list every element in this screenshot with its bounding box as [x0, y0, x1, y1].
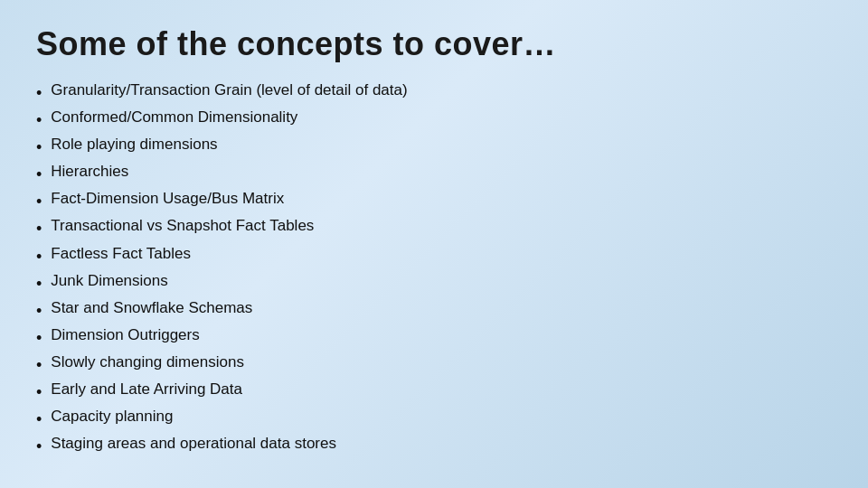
bullet-text: Conformed/Common Dimensionality [51, 107, 297, 129]
bullet-text: Granularity/Transaction Grain (level of … [51, 80, 407, 102]
bullet-dot-icon: • [36, 326, 42, 350]
bullet-text: Hierarchies [51, 161, 128, 183]
bullet-dot-icon: • [36, 299, 42, 323]
list-item: •Hierarchies [36, 161, 832, 186]
bullet-dot-icon: • [36, 435, 42, 458]
bullet-text: Factless Fact Tables [51, 243, 191, 266]
bullet-text: Star and Snowflake Schemas [51, 297, 252, 320]
list-item: •Star and Snowflake Schemas [36, 297, 832, 323]
bullet-dot-icon: • [36, 353, 42, 377]
bullet-list: •Granularity/Transaction Grain (level of… [36, 80, 832, 458]
list-item: •Factless Fact Tables [36, 243, 832, 268]
bullet-text: Junk Dimensions [51, 270, 167, 293]
bullet-text: Transactional vs Snapshot Fact Tables [51, 215, 314, 238]
list-item: •Granularity/Transaction Grain (level of… [36, 80, 832, 105]
bullet-dot-icon: • [36, 380, 42, 404]
list-item: •Fact-Dimension Usage/Bus Matrix [36, 188, 832, 213]
bullet-text: Staging areas and operational data store… [51, 433, 336, 455]
bullet-text: Slowly changing dimensions [51, 352, 244, 374]
list-item: •Conformed/Common Dimensionality [36, 107, 832, 132]
bullet-dot-icon: • [36, 272, 42, 296]
list-item: •Role playing dimensions [36, 134, 832, 159]
bullet-text: Capacity planning [51, 406, 173, 428]
bullet-dot-icon: • [36, 136, 42, 159]
list-item: •Staging areas and operational data stor… [36, 433, 832, 458]
bullet-text: Early and Late Arriving Data [51, 379, 242, 401]
list-item: •Junk Dimensions [36, 270, 832, 296]
bullet-dot-icon: • [36, 408, 42, 431]
list-item: •Capacity planning [36, 406, 832, 431]
slide-title: Some of the concepts to cover… [36, 25, 832, 63]
list-item: •Early and Late Arriving Data [36, 379, 832, 404]
list-item: •Transactional vs Snapshot Fact Tables [36, 215, 832, 240]
bullet-text: Dimension Outriggers [51, 324, 199, 347]
bullet-text: Role playing dimensions [51, 134, 217, 156]
list-item: •Dimension Outriggers [36, 324, 832, 350]
bullet-text: Fact-Dimension Usage/Bus Matrix [51, 188, 284, 211]
bullet-dot-icon: • [36, 190, 42, 213]
bullet-dot-icon: • [36, 245, 42, 268]
bullet-dot-icon: • [36, 217, 42, 240]
list-item: •Slowly changing dimensions [36, 352, 832, 377]
bullet-dot-icon: • [36, 163, 42, 186]
slide: Some of the concepts to cover… •Granular… [0, 0, 868, 488]
bullet-dot-icon: • [36, 108, 42, 132]
bullet-dot-icon: • [36, 81, 42, 105]
